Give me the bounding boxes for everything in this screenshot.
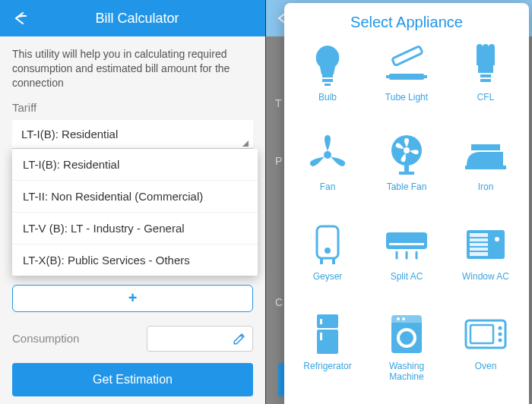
svg-rect-13 [404, 166, 409, 172]
appliance-label: Tube Light [382, 92, 431, 103]
tariff-dropdown: LT-I(B): Residential LT-II: Non Resident… [12, 149, 258, 276]
svg-point-36 [400, 331, 413, 345]
iron-icon [464, 133, 508, 177]
appliance-refrigerator[interactable]: Refrigerator [289, 312, 366, 397]
svg-rect-3 [392, 46, 423, 66]
appliance-iron[interactable]: Iron [447, 133, 524, 218]
appliance-oven[interactable]: Oven [447, 312, 524, 397]
appliance-label: Geyser [310, 271, 346, 282]
svg-rect-14 [399, 172, 414, 175]
svg-point-10 [324, 151, 331, 159]
select-appliance-screen: T P C Select Appliance Bulb Tube Light [266, 0, 532, 404]
appliance-label: Refrigerator [300, 361, 354, 371]
svg-rect-21 [389, 243, 424, 245]
svg-rect-5 [386, 75, 391, 78]
bill-calculator-screen: Bill Calculator This utility will help y… [0, 0, 266, 404]
plus-icon: + [128, 289, 138, 307]
appliance-label: Iron [475, 181, 497, 192]
tariff-label: Tariff [12, 101, 253, 114]
svg-rect-34 [391, 315, 422, 323]
svg-rect-2 [325, 84, 331, 86]
main-content: This utility will help you in calculatin… [0, 36, 265, 362]
svg-rect-23 [470, 233, 488, 256]
modal-title: Select Appliance [289, 14, 524, 31]
oven-icon [464, 312, 508, 356]
appliance-split-ac[interactable]: Split AC [368, 223, 445, 308]
svg-rect-0 [322, 74, 333, 77]
svg-rect-1 [322, 79, 333, 82]
svg-rect-19 [332, 258, 335, 264]
svg-rect-8 [480, 74, 491, 77]
header-bar: Bill Calculator [0, 0, 265, 36]
add-button[interactable]: + [12, 285, 253, 312]
tariff-option[interactable]: LT-V (B): LT - Industry - General [12, 213, 258, 245]
svg-rect-20 [386, 232, 427, 249]
appliance-label: Oven [472, 361, 500, 371]
svg-rect-15 [465, 166, 506, 169]
geyser-icon [306, 223, 350, 267]
appliance-label: CFL [474, 92, 498, 103]
appliance-label: Split AC [388, 271, 426, 282]
get-estimation-button[interactable]: Get Estimation [12, 363, 253, 396]
svg-rect-31 [320, 319, 322, 324]
edit-icon [233, 332, 246, 346]
svg-rect-6 [423, 75, 427, 78]
tariff-select[interactable]: LT-I(B): Residential [12, 120, 253, 149]
svg-point-38 [402, 317, 405, 320]
svg-point-28 [495, 237, 499, 241]
page-title: Bill Calculator [18, 11, 256, 27]
table-fan-icon [385, 133, 429, 177]
tariff-option[interactable]: LT-X(B): Public Services - Others [12, 245, 258, 276]
svg-point-42 [499, 333, 502, 336]
split-ac-icon [385, 223, 429, 267]
fan-icon [306, 133, 350, 177]
svg-rect-4 [389, 74, 424, 80]
svg-rect-32 [320, 333, 322, 340]
tariff-option[interactable]: LT-I(B): Residential [12, 149, 258, 181]
window-ac-icon [464, 223, 508, 267]
tariff-select-wrap: LT-I(B): Residential LT-I(B): Residentia… [12, 120, 253, 149]
appliance-fan[interactable]: Fan [289, 133, 366, 218]
appliance-label: Bulb [315, 92, 340, 103]
appliance-cfl[interactable]: CFL [447, 43, 524, 128]
appliance-label: Fan [317, 181, 339, 192]
svg-rect-7 [478, 65, 493, 73]
appliance-modal: Select Appliance Bulb Tube Light CFL [284, 3, 529, 404]
appliance-washing-machine[interactable]: Washing Machine [368, 312, 445, 397]
appliance-label: Window AC [459, 271, 512, 282]
svg-rect-18 [320, 258, 323, 264]
appliance-window-ac[interactable]: Window AC [447, 223, 524, 308]
tariff-option[interactable]: LT-II: Non Residential (Commercial) [12, 181, 258, 213]
cfl-icon [464, 43, 508, 87]
appliance-bulb[interactable]: Bulb [289, 43, 366, 128]
svg-point-41 [499, 327, 502, 330]
svg-point-37 [397, 317, 400, 320]
svg-rect-9 [480, 79, 491, 82]
intro-text: This utility will help you in calculatin… [12, 47, 253, 90]
svg-rect-40 [470, 325, 493, 343]
refrigerator-icon [306, 312, 350, 356]
washing-machine-icon [385, 312, 429, 356]
appliance-table-fan[interactable]: Table Fan [368, 133, 445, 218]
tube-light-icon [385, 43, 429, 87]
bulb-icon [306, 43, 350, 87]
consumption-input[interactable] [147, 326, 253, 352]
appliance-label: Table Fan [384, 181, 430, 192]
appliance-tube-light[interactable]: Tube Light [368, 43, 445, 128]
svg-point-17 [325, 248, 331, 254]
appliance-geyser[interactable]: Geyser [289, 223, 366, 308]
consumption-label: Consumption [12, 332, 79, 345]
svg-point-12 [404, 147, 410, 153]
svg-point-43 [499, 339, 502, 342]
appliance-label: Washing Machine [368, 361, 445, 383]
consumption-row: Consumption [12, 326, 253, 352]
appliance-grid: Bulb Tube Light CFL Fan [289, 43, 524, 397]
